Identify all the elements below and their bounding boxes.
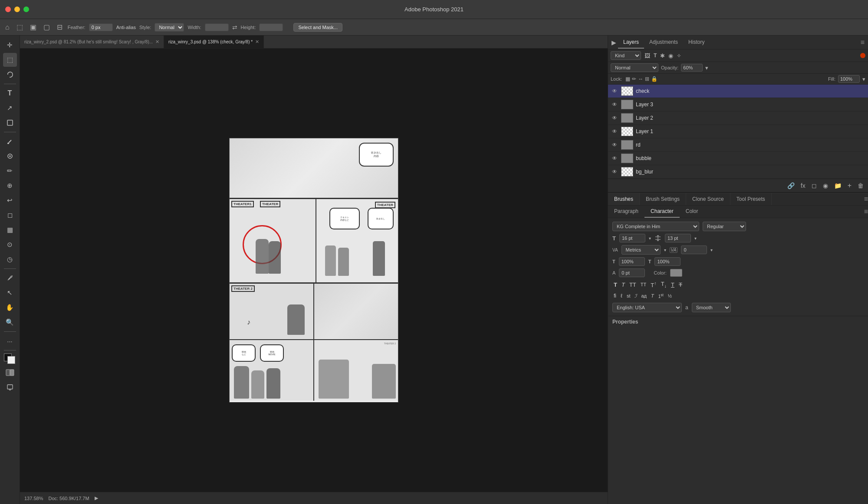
layer-item-layer1[interactable]: 👁 Layer 1 xyxy=(608,125,868,138)
layer-item-check[interactable]: 👁 check xyxy=(608,85,868,98)
bold-btn[interactable]: T xyxy=(612,281,618,289)
shape-tool[interactable] xyxy=(3,116,17,130)
new-layer-btn[interactable]: + xyxy=(846,181,853,190)
underline-btn[interactable]: T xyxy=(670,281,676,289)
tab-layers[interactable]: Layers xyxy=(618,36,644,49)
strikethrough-btn[interactable]: T xyxy=(677,281,684,289)
link-layers-btn[interactable]: 🔗 xyxy=(786,181,796,190)
blur-tool[interactable]: ⊙ xyxy=(3,238,17,252)
lock-all-btn[interactable]: 🔒 xyxy=(651,76,658,82)
brush-tool[interactable]: ✏ xyxy=(3,164,17,178)
history-brush-tool[interactable]: ↩ xyxy=(3,193,17,207)
layer-styles-btn[interactable]: fx xyxy=(799,181,807,190)
lasso-tool[interactable] xyxy=(3,68,17,82)
close-button[interactable] xyxy=(5,7,11,12)
maximize-button[interactable] xyxy=(23,7,29,12)
color-swatch[interactable] xyxy=(670,269,682,277)
layer-visibility-check[interactable]: 👁 xyxy=(611,88,618,94)
tab-riza-winry-3[interactable]: riza_winry_3.psd @ 138% (check, Gray/8) … xyxy=(164,36,264,48)
layer-mask-btn[interactable]: ◻ xyxy=(810,181,819,190)
filter-pixel-icon[interactable]: 🖼 xyxy=(644,52,651,60)
minimize-button[interactable] xyxy=(14,7,20,12)
baseline-input[interactable] xyxy=(619,268,645,277)
contextual-btn[interactable]: T xyxy=(650,292,655,299)
superscript-btn[interactable]: T↑ xyxy=(649,280,658,289)
filter-shape-icon[interactable]: ◉ xyxy=(667,52,674,60)
tab-clone-source[interactable]: Clone Source xyxy=(686,193,730,205)
tracking-arrow[interactable]: ▾ xyxy=(664,248,666,252)
eraser-tool[interactable]: ◻ xyxy=(3,208,17,222)
group-layers-btn[interactable]: 📁 xyxy=(832,181,843,190)
hscale-input[interactable] xyxy=(619,257,645,266)
tab-riza-winry-2[interactable]: riza_winry_2.psd @ 81.2% (But he's still… xyxy=(20,36,164,48)
tab-brushes[interactable]: Brushes xyxy=(608,193,640,205)
leading-input[interactable] xyxy=(665,234,691,242)
tab-paragraph[interactable]: Paragraph xyxy=(608,206,644,218)
layer-visibility-bgblur[interactable]: 👁 xyxy=(611,169,618,175)
kerning-input[interactable] xyxy=(681,245,707,254)
layer-item-layer2[interactable]: 👁 Layer 2 xyxy=(608,111,868,125)
layer-visibility-rd[interactable]: 👁 xyxy=(611,142,618,148)
font-size-arrow[interactable]: ▾ xyxy=(649,236,651,241)
frac-btn[interactable]: ½ xyxy=(667,292,673,299)
ordinal-btn[interactable]: aд xyxy=(640,292,648,299)
hand-tool[interactable]: ✋ xyxy=(3,301,17,314)
fg-bg-color[interactable] xyxy=(3,353,17,365)
ligature-fl-btn[interactable]: ℓ xyxy=(619,292,624,300)
leading-arrow[interactable]: ▾ xyxy=(694,236,697,241)
arrow-btn[interactable]: ▶ xyxy=(95,495,98,501)
dodge-tool[interactable]: ◷ xyxy=(3,252,17,266)
layer-visibility-bubble[interactable]: 👁 xyxy=(611,155,618,161)
panel-menu-btn[interactable]: ≡ xyxy=(861,39,865,46)
layer-visibility-3[interactable]: 👁 xyxy=(611,101,618,108)
kerning-arrow[interactable]: ▾ xyxy=(710,248,713,252)
lock-artboard-btn[interactable]: ⊞ xyxy=(645,76,649,82)
subscript-btn[interactable]: T↓ xyxy=(660,280,668,289)
smallcaps-btn[interactable]: TT xyxy=(639,281,648,288)
tab-color[interactable]: Color xyxy=(680,206,704,218)
screen-mode-btn[interactable] xyxy=(3,380,17,394)
blend-mode-select[interactable]: Normal xyxy=(611,63,658,72)
eyedropper-tool[interactable] xyxy=(3,134,17,148)
width-input[interactable] xyxy=(205,23,229,31)
tab-tool-presets[interactable]: Tool Presets xyxy=(730,193,772,205)
st-ligature-btn[interactable]: st xyxy=(625,292,632,299)
allcaps-btn[interactable]: TT xyxy=(628,281,638,289)
font-style-select[interactable]: Regular xyxy=(703,222,746,231)
canvas-container[interactable]: 吹き出し内容 THEATER1 THEATER xyxy=(20,49,608,492)
vscale-input[interactable] xyxy=(654,257,681,266)
height-input[interactable] xyxy=(259,23,283,31)
kind-select[interactable]: Kind xyxy=(611,51,641,60)
selection-subtract-btn[interactable]: ⊟ xyxy=(55,21,64,33)
language-select[interactable]: English: USA xyxy=(612,303,682,312)
layer-item-bgblur[interactable]: 👁 bg_blur xyxy=(608,165,868,179)
selection-tool-btn[interactable]: ⬚ xyxy=(15,21,25,33)
tracking-select[interactable]: Metrics xyxy=(621,245,661,255)
lock-transparent-btn[interactable]: ▦ xyxy=(625,76,630,82)
layer-item-rd[interactable]: 👁 rd xyxy=(608,138,868,152)
filter-type-icon[interactable]: T xyxy=(653,52,658,59)
layer-visibility-1[interactable]: 👁 xyxy=(611,128,618,134)
home-button[interactable]: ⌂ xyxy=(3,22,11,33)
more-tools-btn[interactable]: ··· xyxy=(3,334,17,348)
italic-btn[interactable]: T xyxy=(620,281,626,289)
pen-tool[interactable] xyxy=(3,271,17,285)
ligature-fi-btn[interactable]: fi xyxy=(612,292,618,300)
path-select-tool[interactable]: ↗ xyxy=(3,101,17,115)
lock-position-btn[interactable]: ↔ xyxy=(638,76,643,82)
type-tool[interactable]: T xyxy=(3,86,17,100)
font-size-input[interactable] xyxy=(619,234,645,242)
select-mask-button[interactable]: Select and Mask... xyxy=(293,23,342,32)
filter-adjustment-icon[interactable]: ✱ xyxy=(659,52,666,60)
play-btn[interactable]: ▶ xyxy=(612,39,616,46)
antialias-select[interactable]: Smooth xyxy=(692,303,731,312)
selection-add-btn[interactable]: ▢ xyxy=(42,21,52,33)
lock-image-btn[interactable]: ✏ xyxy=(632,76,636,82)
fill-arrow[interactable]: ▾ xyxy=(862,76,865,82)
bottom-panel-menu-btn[interactable]: ≡ xyxy=(864,193,868,205)
spot-heal-tool[interactable] xyxy=(3,149,17,163)
fill-input[interactable] xyxy=(838,75,860,83)
superscript2-btn[interactable]: 1st xyxy=(657,292,665,300)
layer-item-bubble[interactable]: 👁 bubble xyxy=(608,152,868,165)
direct-select-tool[interactable]: ↖ xyxy=(3,286,17,300)
